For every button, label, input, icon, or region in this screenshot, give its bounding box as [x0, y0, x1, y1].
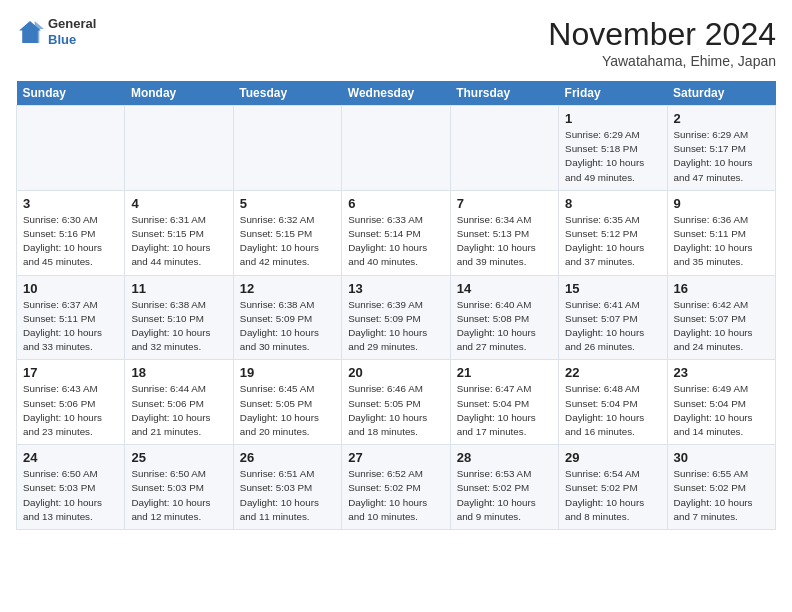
calendar-cell: 27Sunrise: 6:52 AM Sunset: 5:02 PM Dayli…	[342, 445, 450, 530]
day-number: 15	[565, 281, 660, 296]
calendar-cell: 19Sunrise: 6:45 AM Sunset: 5:05 PM Dayli…	[233, 360, 341, 445]
day-info: Sunrise: 6:34 AM Sunset: 5:13 PM Dayligh…	[457, 213, 552, 270]
calendar-cell	[17, 106, 125, 191]
day-number: 13	[348, 281, 443, 296]
logo-text: General Blue	[48, 16, 96, 47]
calendar-cell: 23Sunrise: 6:49 AM Sunset: 5:04 PM Dayli…	[667, 360, 775, 445]
day-info: Sunrise: 6:31 AM Sunset: 5:15 PM Dayligh…	[131, 213, 226, 270]
day-info: Sunrise: 6:29 AM Sunset: 5:18 PM Dayligh…	[565, 128, 660, 185]
day-info: Sunrise: 6:37 AM Sunset: 5:11 PM Dayligh…	[23, 298, 118, 355]
day-info: Sunrise: 6:41 AM Sunset: 5:07 PM Dayligh…	[565, 298, 660, 355]
day-info: Sunrise: 6:38 AM Sunset: 5:09 PM Dayligh…	[240, 298, 335, 355]
day-info: Sunrise: 6:50 AM Sunset: 5:03 PM Dayligh…	[131, 467, 226, 524]
day-number: 25	[131, 450, 226, 465]
day-number: 22	[565, 365, 660, 380]
weekday-header-thursday: Thursday	[450, 81, 558, 106]
calendar-cell: 11Sunrise: 6:38 AM Sunset: 5:10 PM Dayli…	[125, 275, 233, 360]
calendar-cell: 16Sunrise: 6:42 AM Sunset: 5:07 PM Dayli…	[667, 275, 775, 360]
calendar-cell: 13Sunrise: 6:39 AM Sunset: 5:09 PM Dayli…	[342, 275, 450, 360]
day-info: Sunrise: 6:47 AM Sunset: 5:04 PM Dayligh…	[457, 382, 552, 439]
calendar-cell: 8Sunrise: 6:35 AM Sunset: 5:12 PM Daylig…	[559, 190, 667, 275]
calendar-cell: 3Sunrise: 6:30 AM Sunset: 5:16 PM Daylig…	[17, 190, 125, 275]
calendar-table: SundayMondayTuesdayWednesdayThursdayFrid…	[16, 81, 776, 530]
calendar-cell: 25Sunrise: 6:50 AM Sunset: 5:03 PM Dayli…	[125, 445, 233, 530]
calendar-cell: 24Sunrise: 6:50 AM Sunset: 5:03 PM Dayli…	[17, 445, 125, 530]
calendar-cell: 28Sunrise: 6:53 AM Sunset: 5:02 PM Dayli…	[450, 445, 558, 530]
calendar-cell: 2Sunrise: 6:29 AM Sunset: 5:17 PM Daylig…	[667, 106, 775, 191]
weekday-header-sunday: Sunday	[17, 81, 125, 106]
day-number: 28	[457, 450, 552, 465]
day-info: Sunrise: 6:39 AM Sunset: 5:09 PM Dayligh…	[348, 298, 443, 355]
calendar-cell: 6Sunrise: 6:33 AM Sunset: 5:14 PM Daylig…	[342, 190, 450, 275]
day-number: 24	[23, 450, 118, 465]
calendar-cell: 1Sunrise: 6:29 AM Sunset: 5:18 PM Daylig…	[559, 106, 667, 191]
week-row-2: 3Sunrise: 6:30 AM Sunset: 5:16 PM Daylig…	[17, 190, 776, 275]
day-number: 12	[240, 281, 335, 296]
calendar-cell: 12Sunrise: 6:38 AM Sunset: 5:09 PM Dayli…	[233, 275, 341, 360]
day-number: 10	[23, 281, 118, 296]
day-number: 7	[457, 196, 552, 211]
day-info: Sunrise: 6:53 AM Sunset: 5:02 PM Dayligh…	[457, 467, 552, 524]
calendar-cell: 14Sunrise: 6:40 AM Sunset: 5:08 PM Dayli…	[450, 275, 558, 360]
day-number: 2	[674, 111, 769, 126]
day-number: 9	[674, 196, 769, 211]
logo-icon	[16, 18, 44, 46]
calendar-cell: 22Sunrise: 6:48 AM Sunset: 5:04 PM Dayli…	[559, 360, 667, 445]
day-info: Sunrise: 6:55 AM Sunset: 5:02 PM Dayligh…	[674, 467, 769, 524]
page-header: General Blue November 2024 Yawatahama, E…	[16, 16, 776, 69]
day-number: 3	[23, 196, 118, 211]
day-number: 11	[131, 281, 226, 296]
month-title: November 2024	[548, 16, 776, 53]
week-row-1: 1Sunrise: 6:29 AM Sunset: 5:18 PM Daylig…	[17, 106, 776, 191]
day-info: Sunrise: 6:52 AM Sunset: 5:02 PM Dayligh…	[348, 467, 443, 524]
day-info: Sunrise: 6:29 AM Sunset: 5:17 PM Dayligh…	[674, 128, 769, 185]
day-number: 16	[674, 281, 769, 296]
day-number: 5	[240, 196, 335, 211]
day-info: Sunrise: 6:44 AM Sunset: 5:06 PM Dayligh…	[131, 382, 226, 439]
calendar-cell: 7Sunrise: 6:34 AM Sunset: 5:13 PM Daylig…	[450, 190, 558, 275]
day-info: Sunrise: 6:42 AM Sunset: 5:07 PM Dayligh…	[674, 298, 769, 355]
weekday-header-monday: Monday	[125, 81, 233, 106]
calendar-header: SundayMondayTuesdayWednesdayThursdayFrid…	[17, 81, 776, 106]
day-info: Sunrise: 6:40 AM Sunset: 5:08 PM Dayligh…	[457, 298, 552, 355]
calendar-cell: 20Sunrise: 6:46 AM Sunset: 5:05 PM Dayli…	[342, 360, 450, 445]
calendar-cell	[125, 106, 233, 191]
svg-marker-1	[35, 21, 44, 43]
calendar-cell	[233, 106, 341, 191]
day-info: Sunrise: 6:36 AM Sunset: 5:11 PM Dayligh…	[674, 213, 769, 270]
day-info: Sunrise: 6:43 AM Sunset: 5:06 PM Dayligh…	[23, 382, 118, 439]
day-number: 18	[131, 365, 226, 380]
weekday-header-wednesday: Wednesday	[342, 81, 450, 106]
title-block: November 2024 Yawatahama, Ehime, Japan	[548, 16, 776, 69]
calendar-cell: 21Sunrise: 6:47 AM Sunset: 5:04 PM Dayli…	[450, 360, 558, 445]
day-number: 8	[565, 196, 660, 211]
calendar-cell: 15Sunrise: 6:41 AM Sunset: 5:07 PM Dayli…	[559, 275, 667, 360]
day-number: 23	[674, 365, 769, 380]
day-number: 27	[348, 450, 443, 465]
weekday-header-saturday: Saturday	[667, 81, 775, 106]
calendar-cell: 5Sunrise: 6:32 AM Sunset: 5:15 PM Daylig…	[233, 190, 341, 275]
calendar-cell: 10Sunrise: 6:37 AM Sunset: 5:11 PM Dayli…	[17, 275, 125, 360]
day-info: Sunrise: 6:48 AM Sunset: 5:04 PM Dayligh…	[565, 382, 660, 439]
day-number: 6	[348, 196, 443, 211]
day-info: Sunrise: 6:32 AM Sunset: 5:15 PM Dayligh…	[240, 213, 335, 270]
calendar-cell	[342, 106, 450, 191]
week-row-3: 10Sunrise: 6:37 AM Sunset: 5:11 PM Dayli…	[17, 275, 776, 360]
day-info: Sunrise: 6:49 AM Sunset: 5:04 PM Dayligh…	[674, 382, 769, 439]
calendar-cell: 26Sunrise: 6:51 AM Sunset: 5:03 PM Dayli…	[233, 445, 341, 530]
day-info: Sunrise: 6:38 AM Sunset: 5:10 PM Dayligh…	[131, 298, 226, 355]
day-info: Sunrise: 6:33 AM Sunset: 5:14 PM Dayligh…	[348, 213, 443, 270]
calendar-cell	[450, 106, 558, 191]
weekday-header-tuesday: Tuesday	[233, 81, 341, 106]
day-info: Sunrise: 6:45 AM Sunset: 5:05 PM Dayligh…	[240, 382, 335, 439]
calendar-body: 1Sunrise: 6:29 AM Sunset: 5:18 PM Daylig…	[17, 106, 776, 530]
calendar-cell: 9Sunrise: 6:36 AM Sunset: 5:11 PM Daylig…	[667, 190, 775, 275]
day-info: Sunrise: 6:30 AM Sunset: 5:16 PM Dayligh…	[23, 213, 118, 270]
day-number: 17	[23, 365, 118, 380]
day-info: Sunrise: 6:54 AM Sunset: 5:02 PM Dayligh…	[565, 467, 660, 524]
day-number: 29	[565, 450, 660, 465]
calendar-cell: 4Sunrise: 6:31 AM Sunset: 5:15 PM Daylig…	[125, 190, 233, 275]
day-number: 1	[565, 111, 660, 126]
weekday-header-friday: Friday	[559, 81, 667, 106]
day-number: 30	[674, 450, 769, 465]
